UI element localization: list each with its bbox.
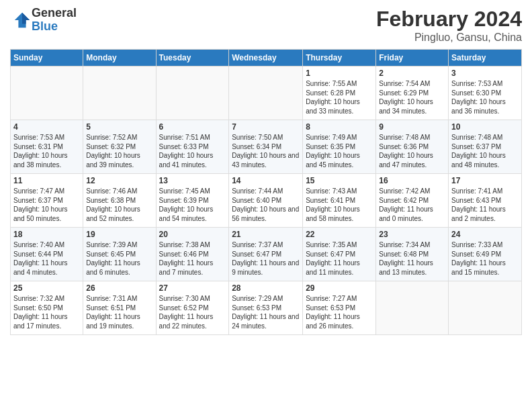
day-number: 2 [379,68,445,78]
day-number: 24 [451,230,519,239]
day-info: Sunrise: 7:53 AM Sunset: 6:31 PM Dayligh… [13,133,80,169]
day-info: Sunrise: 7:33 AM Sunset: 6:49 PM Dayligh… [451,240,519,277]
day-number: 27 [159,283,226,293]
header-saturday: Saturday [449,50,522,66]
day-number: 12 [86,176,152,185]
table-row: 26Sunrise: 7:31 AM Sunset: 6:51 PM Dayli… [83,281,156,335]
table-row: 17Sunrise: 7:41 AM Sunset: 6:43 PM Dayli… [449,174,522,228]
table-row: 21Sunrise: 7:37 AM Sunset: 6:47 PM Dayli… [229,228,303,281]
day-info: Sunrise: 7:52 AM Sunset: 6:32 PM Dayligh… [86,133,152,169]
day-number: 13 [159,176,226,185]
day-number: 1 [306,68,373,78]
day-number: 20 [159,230,226,239]
day-number: 14 [232,176,300,185]
calendar-week-row: 25Sunrise: 7:32 AM Sunset: 6:50 PM Dayli… [11,281,522,335]
day-number: 8 [306,122,373,132]
calendar-table: Sunday Monday Tuesday Wednesday Thursday… [10,49,522,335]
day-number: 3 [451,68,519,78]
day-info: Sunrise: 7:30 AM Sunset: 6:52 PM Dayligh… [159,294,226,330]
table-row: 28Sunrise: 7:29 AM Sunset: 6:53 PM Dayli… [229,281,303,335]
day-info: Sunrise: 7:38 AM Sunset: 6:46 PM Dayligh… [159,240,226,277]
day-info: Sunrise: 7:32 AM Sunset: 6:50 PM Dayligh… [13,294,80,330]
table-row: 7Sunrise: 7:50 AM Sunset: 6:34 PM Daylig… [229,120,303,174]
header-wednesday: Wednesday [229,50,303,66]
table-row: 24Sunrise: 7:33 AM Sunset: 6:49 PM Dayli… [449,228,522,281]
day-info: Sunrise: 7:51 AM Sunset: 6:33 PM Dayligh… [159,133,226,169]
page-container: General Blue February 2024 Pingluo, Gans… [0,0,532,411]
table-row: 10Sunrise: 7:48 AM Sunset: 6:37 PM Dayli… [449,120,522,174]
day-number: 4 [13,122,80,132]
day-info: Sunrise: 7:44 AM Sunset: 6:40 PM Dayligh… [232,187,300,223]
header-sunday: Sunday [11,50,83,66]
day-info: Sunrise: 7:42 AM Sunset: 6:42 PM Dayligh… [379,187,445,223]
day-info: Sunrise: 7:54 AM Sunset: 6:29 PM Dayligh… [379,79,445,116]
day-info: Sunrise: 7:55 AM Sunset: 6:28 PM Dayligh… [306,79,373,116]
logo-general: General [32,7,77,20]
table-row: 23Sunrise: 7:34 AM Sunset: 6:48 PM Dayli… [376,228,449,281]
table-row: 2Sunrise: 7:54 AM Sunset: 6:29 PM Daylig… [376,66,449,120]
table-row: 20Sunrise: 7:38 AM Sunset: 6:46 PM Dayli… [156,228,229,281]
day-number: 22 [306,230,373,239]
day-info: Sunrise: 7:48 AM Sunset: 6:37 PM Dayligh… [451,133,519,169]
table-row: 25Sunrise: 7:32 AM Sunset: 6:50 PM Dayli… [11,281,83,335]
day-info: Sunrise: 7:27 AM Sunset: 6:53 PM Dayligh… [306,294,373,330]
logo-blue: Blue [32,20,77,34]
table-row: 4Sunrise: 7:53 AM Sunset: 6:31 PM Daylig… [11,120,83,174]
logo: General Blue [10,7,77,34]
day-info: Sunrise: 7:34 AM Sunset: 6:48 PM Dayligh… [379,240,445,277]
table-row [83,66,156,120]
calendar-header-row: Sunday Monday Tuesday Wednesday Thursday… [11,50,522,66]
calendar-week-row: 11Sunrise: 7:47 AM Sunset: 6:37 PM Dayli… [11,174,522,228]
table-row: 14Sunrise: 7:44 AM Sunset: 6:40 PM Dayli… [229,174,303,228]
table-row: 19Sunrise: 7:39 AM Sunset: 6:45 PM Dayli… [83,228,156,281]
day-info: Sunrise: 7:37 AM Sunset: 6:47 PM Dayligh… [232,240,300,277]
day-number: 16 [379,176,445,185]
day-number: 23 [379,230,445,239]
header-tuesday: Tuesday [156,50,229,66]
table-row [376,281,449,335]
table-row: 22Sunrise: 7:35 AM Sunset: 6:47 PM Dayli… [303,228,376,281]
day-info: Sunrise: 7:40 AM Sunset: 6:44 PM Dayligh… [13,240,80,277]
table-row: 8Sunrise: 7:49 AM Sunset: 6:35 PM Daylig… [303,120,376,174]
day-info: Sunrise: 7:50 AM Sunset: 6:34 PM Dayligh… [232,133,300,169]
day-number: 29 [306,283,373,293]
day-number: 10 [451,122,519,132]
calendar-week-row: 4Sunrise: 7:53 AM Sunset: 6:31 PM Daylig… [11,120,522,174]
day-info: Sunrise: 7:47 AM Sunset: 6:37 PM Dayligh… [13,187,80,223]
day-info: Sunrise: 7:53 AM Sunset: 6:30 PM Dayligh… [451,79,519,116]
day-number: 28 [232,283,300,293]
day-info: Sunrise: 7:41 AM Sunset: 6:43 PM Dayligh… [451,187,519,223]
day-info: Sunrise: 7:35 AM Sunset: 6:47 PM Dayligh… [306,240,373,277]
sub-title: Pingluo, Gansu, China [376,32,522,44]
title-block: February 2024 Pingluo, Gansu, China [376,7,522,44]
table-row [11,66,83,120]
table-row: 29Sunrise: 7:27 AM Sunset: 6:53 PM Dayli… [303,281,376,335]
header-friday: Friday [376,50,449,66]
header-monday: Monday [83,50,156,66]
svg-marker-1 [22,13,30,24]
table-row: 18Sunrise: 7:40 AM Sunset: 6:44 PM Dayli… [11,228,83,281]
table-row [229,66,303,120]
day-info: Sunrise: 7:31 AM Sunset: 6:51 PM Dayligh… [86,294,152,330]
day-number: 11 [13,176,80,185]
header-thursday: Thursday [303,50,376,66]
day-number: 18 [13,230,80,239]
day-number: 19 [86,230,152,239]
day-number: 25 [13,283,80,293]
table-row: 13Sunrise: 7:45 AM Sunset: 6:39 PM Dayli… [156,174,229,228]
table-row: 11Sunrise: 7:47 AM Sunset: 6:37 PM Dayli… [11,174,83,228]
table-row: 9Sunrise: 7:48 AM Sunset: 6:36 PM Daylig… [376,120,449,174]
day-info: Sunrise: 7:48 AM Sunset: 6:36 PM Dayligh… [379,133,445,169]
table-row: 1Sunrise: 7:55 AM Sunset: 6:28 PM Daylig… [303,66,376,120]
day-info: Sunrise: 7:43 AM Sunset: 6:41 PM Dayligh… [306,187,373,223]
day-number: 21 [232,230,300,239]
day-number: 5 [86,122,152,132]
table-row: 16Sunrise: 7:42 AM Sunset: 6:42 PM Dayli… [376,174,449,228]
main-title: February 2024 [376,7,522,32]
header: General Blue February 2024 Pingluo, Gans… [10,7,522,44]
calendar-week-row: 1Sunrise: 7:55 AM Sunset: 6:28 PM Daylig… [11,66,522,120]
table-row: 5Sunrise: 7:52 AM Sunset: 6:32 PM Daylig… [83,120,156,174]
table-row: 12Sunrise: 7:46 AM Sunset: 6:38 PM Dayli… [83,174,156,228]
day-info: Sunrise: 7:29 AM Sunset: 6:53 PM Dayligh… [232,294,300,330]
day-info: Sunrise: 7:39 AM Sunset: 6:45 PM Dayligh… [86,240,152,277]
